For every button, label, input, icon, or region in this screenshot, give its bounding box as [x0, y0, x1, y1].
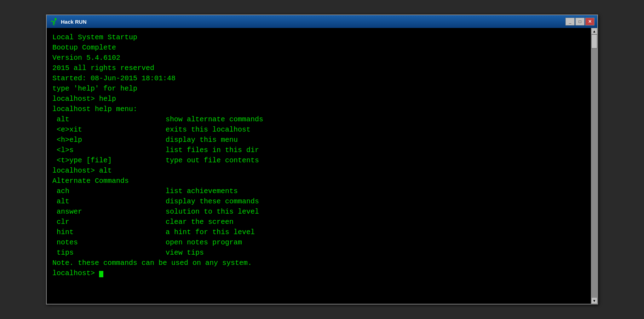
- svg-line-6: [51, 21, 52, 22]
- terminal-line: answersolution to this level: [52, 207, 585, 217]
- terminal-line: <t>ype [file]type out file contents: [52, 155, 585, 166]
- terminal-line: altshow alternate commands: [52, 114, 585, 124]
- terminal-line: Started: 08-Jun-2015 18:01:48: [52, 73, 585, 83]
- minimize-button[interactable]: _: [565, 18, 575, 25]
- terminal-line: clrclear the screen: [52, 217, 585, 227]
- terminal-line: Note. these commands can be used on any …: [52, 258, 585, 268]
- terminal-line: tipsview tips: [52, 248, 585, 258]
- scroll-track: [591, 34, 597, 297]
- scroll-up-button[interactable]: ▲: [591, 28, 597, 34]
- terminal-line: Version 5.4.6102: [52, 53, 585, 63]
- svg-point-0: [54, 18, 57, 20]
- terminal-line: localhost help menu:: [52, 104, 585, 114]
- terminal-line: <h>elpdisplay this menu: [52, 135, 585, 145]
- terminal-line: Bootup Complete: [52, 42, 585, 53]
- window-body: Local System StartupBootup CompleteVersi…: [47, 28, 597, 304]
- app-icon: [50, 17, 58, 26]
- cursor: [99, 271, 103, 277]
- title-bar: Hack RUN _ □ ✕: [47, 15, 597, 28]
- svg-line-5: [54, 22, 55, 24]
- terminal-line: hinta hint for this level: [52, 227, 585, 237]
- svg-line-2: [52, 21, 54, 22]
- terminal-line: notesopen notes program: [52, 237, 585, 248]
- scrollbar[interactable]: ▲ ▼: [591, 28, 597, 304]
- terminal-line: localhost>: [52, 268, 585, 278]
- terminal-line: Alternate Commands: [52, 176, 585, 186]
- scroll-down-button[interactable]: ▼: [591, 297, 597, 304]
- main-window: Hack RUN _ □ ✕ Local System StartupBootu…: [46, 14, 598, 304]
- maximize-button[interactable]: □: [575, 18, 585, 25]
- terminal-line: <l>slist files in this dir: [52, 145, 585, 155]
- window-controls: _ □ ✕: [565, 18, 594, 25]
- terminal-line: localhost> help: [52, 94, 585, 104]
- terminal-line: Local System Startup: [52, 32, 585, 42]
- window-title: Hack RUN: [61, 19, 565, 25]
- svg-line-1: [54, 20, 56, 22]
- scroll-thumb[interactable]: [591, 34, 597, 48]
- terminal-line: 2015 all rights reserved: [52, 63, 585, 73]
- terminal-output[interactable]: Local System StartupBootup CompleteVersi…: [47, 28, 591, 304]
- svg-line-4: [53, 24, 54, 25]
- terminal-line: localhost> alt: [52, 166, 585, 176]
- terminal-line: altdisplay these commands: [52, 196, 585, 207]
- terminal-line: <e>xitexits this localhost: [52, 124, 585, 135]
- close-button[interactable]: ✕: [585, 18, 594, 25]
- terminal-line: type 'help' for help: [52, 83, 585, 94]
- terminal-line: achlist achievements: [52, 186, 585, 196]
